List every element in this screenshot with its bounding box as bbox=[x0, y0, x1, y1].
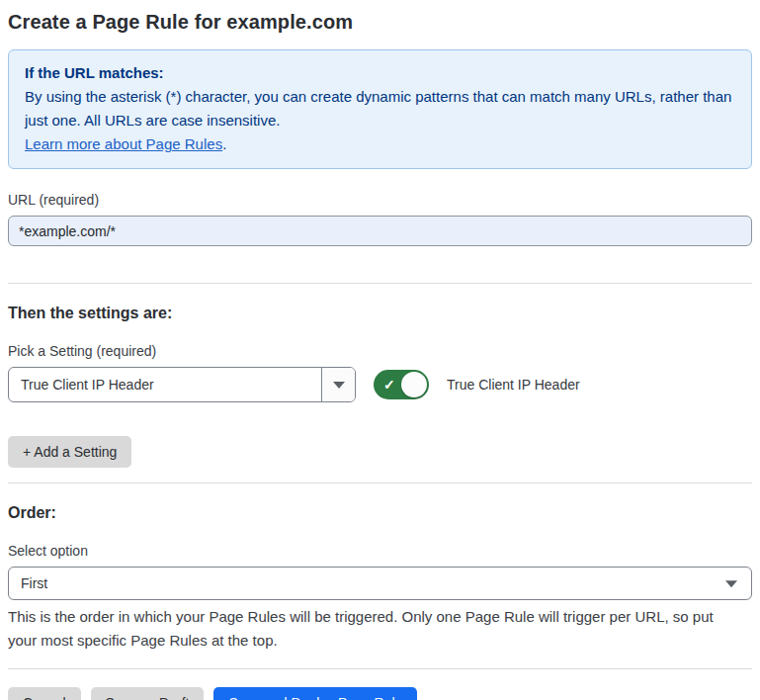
settings-section-heading: Then the settings are: bbox=[8, 305, 752, 322]
order-select-label: Select option bbox=[8, 543, 752, 559]
toggle-knob bbox=[401, 372, 427, 397]
setting-dropdown-value: True Client IP Header bbox=[9, 368, 321, 401]
order-select[interactable]: First bbox=[8, 567, 752, 600]
setting-picker-label: Pick a Setting (required) bbox=[8, 343, 752, 359]
url-field-label: URL (required) bbox=[8, 192, 752, 208]
page-title: Create a Page Rule for example.com bbox=[8, 11, 752, 34]
setting-toggle-label: True Client IP Header bbox=[447, 377, 580, 393]
cancel-button[interactable]: Cancel bbox=[8, 687, 81, 700]
setting-dropdown[interactable]: True Client IP Header bbox=[8, 367, 356, 402]
chevron-down-icon bbox=[333, 382, 345, 389]
link-suffix: . bbox=[222, 135, 226, 152]
section-divider bbox=[8, 482, 752, 483]
order-select-value: First bbox=[21, 575, 47, 591]
setting-row: True Client IP Header ✓ True Client IP H… bbox=[8, 367, 752, 402]
add-setting-button[interactable]: + Add a Setting bbox=[8, 436, 131, 468]
footer-divider bbox=[8, 668, 752, 669]
info-box-body: By using the asterisk (*) character, you… bbox=[25, 85, 735, 132]
section-divider bbox=[8, 283, 752, 284]
save-and-deploy-button[interactable]: Save and Deploy Page Rule bbox=[213, 687, 417, 700]
setting-toggle[interactable]: ✓ bbox=[374, 370, 429, 399]
info-box-heading: If the URL matches: bbox=[25, 61, 735, 85]
create-page-rule-form: Create a Page Rule for example.com If th… bbox=[0, 0, 760, 700]
learn-more-link[interactable]: Learn more about Page Rules bbox=[25, 135, 222, 152]
footer-button-row: Cancel Save as Draft Save and Deploy Pag… bbox=[8, 687, 752, 700]
order-section-heading: Order: bbox=[8, 504, 752, 522]
save-as-draft-button[interactable]: Save as Draft bbox=[91, 687, 205, 700]
url-input[interactable] bbox=[8, 216, 752, 246]
check-icon: ✓ bbox=[383, 377, 395, 393]
info-box-link-line: Learn more about Page Rules. bbox=[25, 132, 735, 156]
setting-dropdown-arrow-button[interactable] bbox=[321, 368, 355, 401]
url-match-info-box: If the URL matches: By using the asteris… bbox=[8, 49, 752, 169]
chevron-down-icon bbox=[725, 580, 737, 587]
order-help-text: This is the order in which your Page Rul… bbox=[8, 605, 744, 653]
